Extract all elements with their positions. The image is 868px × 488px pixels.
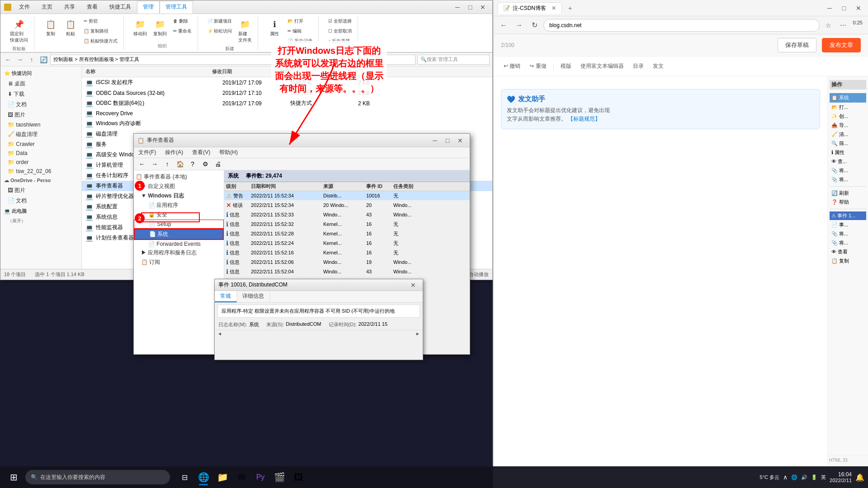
back-button[interactable]: ← bbox=[3, 55, 13, 65]
ev-maximize-button[interactable]: □ bbox=[442, 136, 453, 145]
ev-table-row[interactable]: ℹ 信息 2022/2/11 15:52:04 Windo... 43 Wind… bbox=[224, 267, 470, 277]
csdn-rules-link[interactable]: 【标题规范】 bbox=[568, 116, 600, 122]
ev-menu-file[interactable]: 文件(F) bbox=[134, 147, 160, 158]
ev-help-btn[interactable]: ? bbox=[187, 159, 198, 169]
sidebar-item-taoshiwen[interactable]: 📁 taoshiwen bbox=[0, 120, 81, 129]
taskbar-pycharm-btn[interactable]: Py bbox=[251, 468, 269, 486]
taskbar-video-btn[interactable]: 🎬 bbox=[270, 468, 288, 486]
ev-detail-close[interactable]: ✕ bbox=[407, 281, 419, 290]
copy-to-button[interactable]: 📁 复制到 bbox=[151, 17, 169, 38]
ev-table-row[interactable]: ℹ 信息 2022/2/11 15:52:24 Kernel... 16 无 bbox=[224, 239, 470, 248]
csdn-action-export[interactable]: 📤 导... bbox=[830, 121, 866, 130]
csdn-action-clear[interactable]: 🧹 清... bbox=[830, 130, 866, 139]
taskbar-mail-btn[interactable]: ✉ bbox=[232, 468, 250, 486]
sidebar-item-crawler[interactable]: 📁 Crawler bbox=[0, 140, 81, 149]
ev-close-button[interactable]: ✕ bbox=[454, 136, 466, 145]
taskbar-clock[interactable]: 16:04 2022/2/11 bbox=[830, 471, 852, 483]
search-box[interactable]: 🔍 搜索 管理工具 bbox=[417, 55, 490, 65]
csdn-action-event2[interactable]: 📄 事... bbox=[830, 221, 866, 229]
ev-home-btn[interactable]: 🏠 bbox=[175, 159, 185, 169]
ev-detail-tab-general[interactable]: 常规 bbox=[215, 291, 237, 302]
ev-menu-action[interactable]: 操作(A) bbox=[160, 147, 188, 158]
paste-shortcut-button[interactable]: 📋 粘贴快捷方式 bbox=[81, 37, 120, 46]
ev-detail-tab-details[interactable]: 详细信息 bbox=[237, 291, 270, 302]
new-item-button[interactable]: 📄 新建项目 bbox=[205, 17, 235, 26]
file-row[interactable]: 💻 ODBC Data Sources (32-bit) 2019/12/7 1… bbox=[82, 88, 492, 98]
csdn-post[interactable]: 发文 bbox=[650, 61, 666, 71]
invert-selection-button[interactable]: ↕ 反向选择 bbox=[326, 37, 354, 46]
ev-tree-appservices[interactable]: ▶ 应用程序和服务日志 bbox=[134, 248, 224, 258]
autoplay-btn[interactable]: 自动播放 bbox=[469, 271, 489, 278]
sidebar-item-od-pictures[interactable]: 🖼 图片 bbox=[0, 185, 81, 196]
sidebar-item-thispc[interactable]: （展开） bbox=[0, 216, 81, 225]
minimize-button[interactable]: ─ bbox=[452, 3, 463, 12]
csdn-action-copy[interactable]: 📋 复制 bbox=[830, 257, 866, 265]
ev-table-row[interactable]: ℹ 信息 2022/2/11 15:52:28 Kernel... 16 无 bbox=[224, 229, 470, 239]
move-to-button[interactable]: 📁 移动到 bbox=[131, 17, 149, 38]
csdn-action-attach4[interactable]: 📎 将... bbox=[830, 239, 866, 247]
forward-button[interactable]: → bbox=[15, 55, 25, 65]
tab-quicktools[interactable]: 快捷工具 bbox=[104, 1, 137, 13]
sidebar-item-data[interactable]: 📁 Data bbox=[0, 149, 81, 158]
history-button[interactable]: 🕐 历史记录 bbox=[285, 37, 315, 46]
copy-path-button[interactable]: 📋 复制路径 bbox=[81, 27, 120, 36]
ev-up-btn[interactable]: ↑ bbox=[162, 159, 173, 169]
sidebar-item-downloads[interactable]: ⬇ 下载 bbox=[0, 89, 81, 99]
sidebar-item-pictures[interactable]: 🖼 图片 bbox=[0, 110, 81, 120]
ev-tree-custom[interactable]: ▶ 自定义视图 bbox=[134, 182, 224, 191]
refresh-button[interactable]: 🔄 bbox=[38, 55, 48, 65]
edit-button[interactable]: ✏ 编辑 bbox=[285, 27, 315, 36]
save-draft-button[interactable]: 保存草稿 bbox=[778, 38, 816, 52]
delete-button[interactable]: 🗑 删除 bbox=[171, 17, 194, 26]
sidebar-item-order[interactable]: 📁 order bbox=[0, 158, 81, 167]
csdn-action-open[interactable]: 📂 打... bbox=[830, 103, 866, 112]
tab-manage-tools[interactable]: 管理工具 bbox=[160, 1, 193, 14]
browser-url-bar[interactable] bbox=[543, 19, 820, 32]
csdn-redo[interactable]: ↪ 重做 bbox=[527, 61, 549, 71]
ev-minimize-button[interactable]: ─ bbox=[429, 136, 441, 145]
csdn-action-attach2[interactable]: 📎 将... bbox=[830, 175, 866, 184]
csdn-toc[interactable]: 目录 bbox=[630, 61, 646, 71]
sidebar-item-diskclean[interactable]: 🧹 磁盘清理 bbox=[0, 129, 81, 140]
ev-tree-app[interactable]: 📄 应用程序 bbox=[134, 201, 224, 210]
deselect-all-button[interactable]: ☐ 全部取消 bbox=[326, 27, 354, 36]
tab-file[interactable]: 文件 bbox=[13, 1, 36, 13]
file-row[interactable]: 💻 ODBC 数据源(64位) 2019/12/7 17:09 快捷方式 2 K… bbox=[82, 98, 492, 108]
browser-refresh[interactable]: ↻ bbox=[528, 19, 541, 32]
csdn-action-event1[interactable]: ⚠ 事件 1... bbox=[830, 211, 866, 220]
new-folder-button[interactable]: 📁 新建文件夹 bbox=[236, 17, 254, 45]
ev-tree-subscriptions[interactable]: 📋 订阅 bbox=[134, 258, 224, 267]
open-button[interactable]: 📂 打开 bbox=[285, 17, 315, 26]
file-row[interactable]: 💻 Windows 内存诊断 bbox=[82, 118, 492, 129]
publish-button[interactable]: 发布文章 bbox=[822, 38, 861, 52]
ev-table-row[interactable]: ℹ 信息 2022/2/11 15:52:32 Kernel... 16 无 bbox=[224, 220, 470, 229]
close-button[interactable]: ✕ bbox=[477, 3, 489, 12]
sidebar-item-desktop[interactable]: 🖥 桌面 bbox=[0, 79, 81, 89]
csdn-undo[interactable]: ↩ 撤销 bbox=[501, 61, 523, 71]
address-box[interactable]: 控制面板 > 所有控制面板项 > 管理工具 bbox=[50, 55, 415, 65]
select-all-button[interactable]: ☑ 全部选择 bbox=[326, 17, 354, 26]
tab-manage[interactable]: 管理 bbox=[137, 1, 160, 14]
paste-button[interactable]: 📋 粘贴 bbox=[61, 17, 80, 46]
ev-table-row[interactable]: ⚠ 警告 2022/2/11 15:52:34 Distrib... 10016… bbox=[224, 191, 470, 201]
csdn-action-create[interactable]: ✨ 创... bbox=[830, 112, 866, 121]
browser-back[interactable]: ← bbox=[497, 19, 510, 32]
properties-button[interactable]: ℹ 属性 bbox=[265, 17, 283, 46]
csdn-action-filter[interactable]: 🔍 筛... bbox=[830, 139, 866, 148]
ev-tree-setup[interactable]: 📄 Setup bbox=[134, 220, 224, 229]
pin-quickaccess-button[interactable]: 📌 固定到快速访问 bbox=[8, 17, 30, 45]
csdn-action-refresh[interactable]: 🔄 刷新 bbox=[830, 189, 866, 197]
maximize-button[interactable]: □ bbox=[464, 3, 476, 12]
ev-table-row[interactable]: ℹ 信息 2022/2/11 15:52:16 Kernel... 16 无 bbox=[224, 248, 470, 258]
csdn-action-properties[interactable]: ℹ 属性 bbox=[830, 148, 866, 157]
ev-tree-root[interactable]: 📋 事件查看器 (本地) bbox=[134, 172, 224, 182]
sidebar-item-tsw[interactable]: 📁 tsw_22_02_06 bbox=[0, 167, 81, 176]
browser-star[interactable]: ☆ bbox=[822, 19, 835, 32]
taskbar-multitask-btn[interactable]: ⊟ bbox=[175, 468, 193, 486]
up-button[interactable]: ↑ bbox=[27, 55, 37, 65]
taskbar-photo-btn[interactable]: 🖼 bbox=[289, 468, 307, 486]
ev-menu-view[interactable]: 查看(V) bbox=[188, 147, 215, 158]
rename-button[interactable]: ✏ 重命名 bbox=[171, 27, 194, 36]
file-row[interactable]: 💻 Recovery Drive bbox=[82, 108, 492, 118]
taskbar-search[interactable]: 🔍 在这里输入你要搜索的内容 bbox=[25, 470, 170, 484]
